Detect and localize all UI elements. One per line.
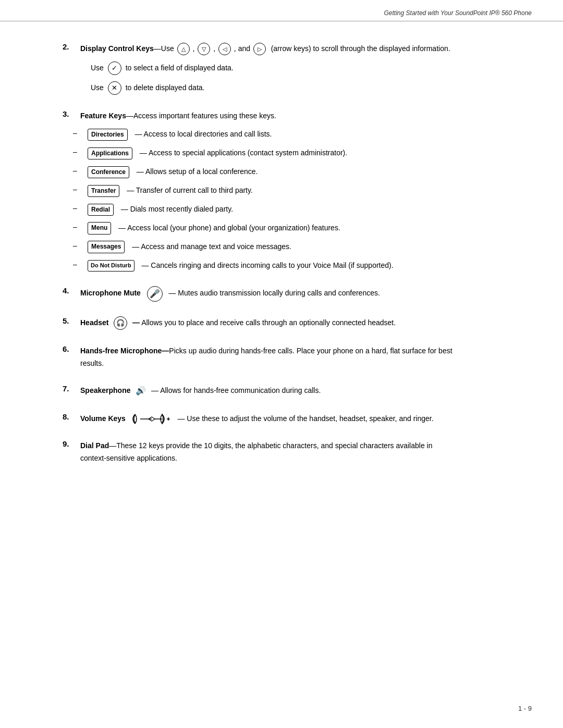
- sub-content-redial: Redial — Dials most recently dialed part…: [88, 203, 459, 216]
- item-9-number: 9.: [63, 439, 78, 448]
- redial-key: Redial: [88, 204, 114, 216]
- item-7-row: 7. Speakerphone 🔊 — Allows for hands-fre…: [63, 384, 459, 398]
- applications-key: Applications: [88, 147, 132, 159]
- sub-item-directories: – Directories — Access to local director…: [73, 128, 459, 141]
- page-footer: 1 - 9: [518, 705, 532, 712]
- headset-icon: 🎧: [114, 316, 127, 330]
- item-4-content: Microphone Mute 🎤 — Mutes audio transmis…: [80, 286, 459, 302]
- item-6-number: 6.: [63, 344, 78, 353]
- item-4-label: Microphone Mute: [80, 289, 141, 297]
- item-5-headset: 5. Headset 🎧 — Allows you to place and r…: [63, 316, 459, 330]
- item-2-text: Display Control Keys—Use △ , ▽ , ◁ , and…: [80, 44, 450, 53]
- check-icon: ✓: [108, 61, 121, 75]
- sub-item-conference: – Conference — Allows setup of a local c…: [73, 166, 459, 178]
- item-2-number: 2.: [63, 42, 78, 51]
- item-7-text: Speakerphone 🔊 — Allows for hands-free c…: [80, 386, 321, 394]
- item-8-volume: 8. Volume Keys: [63, 412, 459, 425]
- item-2-display-control-keys: 2. Display Control Keys—Use △ , ▽ , ◁ , …: [63, 42, 459, 95]
- item-3-number: 3.: [63, 109, 78, 118]
- item-7-speakerphone: 7. Speakerphone 🔊 — Allows for hands-fre…: [63, 384, 459, 398]
- sub-content-transfer: Transfer — Transfer of current call to t…: [88, 184, 459, 197]
- item-9-dialpad: 9. Dial Pad—These 12 keys provide the 10…: [63, 439, 459, 464]
- dash-redial: –: [73, 204, 83, 212]
- sub-content-directories: Directories — Access to local directorie…: [88, 128, 459, 141]
- item-8-row: 8. Volume Keys: [63, 412, 459, 425]
- page-number: 1 - 9: [518, 705, 532, 712]
- item-2-content: Display Control Keys—Use △ , ▽ , ◁ , and…: [80, 42, 459, 55]
- transfer-key: Transfer: [88, 185, 119, 197]
- donotdisturb-key: Do Not Disturb: [88, 260, 134, 272]
- item-3-text: Feature Keys—Access important features u…: [80, 112, 276, 120]
- item-2-delete-line: Use ✕ to delete displayed data.: [91, 81, 459, 95]
- item-7-label: Speakerphone: [80, 386, 130, 394]
- item-8-content: Volume Keys: [80, 412, 459, 425]
- up-arrow-icon: △: [177, 43, 190, 55]
- item-7-content: Speakerphone 🔊 — Allows for hands-free c…: [80, 384, 459, 398]
- item-3-feature-keys: 3. Feature Keys—Access important feature…: [63, 109, 459, 271]
- item-2-row: 2. Display Control Keys—Use △ , ▽ , ◁ , …: [63, 42, 459, 55]
- dash-applications: –: [73, 147, 83, 156]
- item-2-label: Display Control Keys: [80, 44, 154, 53]
- item-9-text: Dial Pad—These 12 keys provide the 10 di…: [80, 441, 433, 462]
- item-8-text: Volume Keys: [80, 414, 434, 423]
- left-arrow-icon: ◁: [218, 43, 231, 55]
- item-6-handsfree: 6. Hands-free Microphone—Picks up audio …: [63, 344, 459, 369]
- item-4-row: 4. Microphone Mute 🎤 — Mutes audio trans…: [63, 286, 459, 302]
- menu-key: Menu: [88, 222, 111, 234]
- speaker-icon: 🔊: [136, 384, 146, 398]
- sub-content-donotdisturb: Do Not Disturb — Cancels ringing and dir…: [88, 260, 459, 272]
- item-6-label: Hands-free Microphone—: [80, 347, 169, 355]
- main-content: 2. Display Control Keys—Use △ , ▽ , ◁ , …: [0, 21, 500, 510]
- dash-transfer: –: [73, 185, 83, 193]
- item-5-content: Headset 🎧 — Allows you to place and rece…: [80, 316, 459, 330]
- sub-content-messages: Messages — Access and manage text and vo…: [88, 241, 459, 253]
- messages-key: Messages: [88, 241, 125, 253]
- item-5-row: 5. Headset 🎧 — Allows you to place and r…: [63, 316, 459, 330]
- sub-item-applications: – Applications — Access to special appli…: [73, 147, 459, 159]
- page-header: Getting Started with Your SoundPoint IP®…: [0, 0, 563, 21]
- item-4-number: 4.: [63, 286, 78, 295]
- sub-content-menu: Menu — Access local (your phone) and glo…: [88, 222, 459, 235]
- item-5-number: 5.: [63, 316, 78, 325]
- item-9-content: Dial Pad—These 12 keys provide the 10 di…: [80, 439, 459, 464]
- sub-item-transfer: – Transfer — Transfer of current call to…: [73, 184, 459, 197]
- microphone-icon: 🎤: [147, 286, 163, 302]
- item-8-label: Volume Keys: [80, 414, 126, 423]
- item-3-row: 3. Feature Keys—Access important feature…: [63, 109, 459, 122]
- item-4-microphone-mute: 4. Microphone Mute 🎤 — Mutes audio trans…: [63, 286, 459, 302]
- sub-content-conference: Conference — Allows setup of a local con…: [88, 166, 459, 178]
- item-6-text: Hands-free Microphone—Picks up audio dur…: [80, 347, 452, 367]
- sub-content-applications: Applications — Access to special applica…: [88, 147, 459, 159]
- sub-item-donotdisturb: – Do Not Disturb — Cancels ringing and d…: [73, 260, 459, 272]
- item-2-select-line: Use ✓ to select a field of displayed dat…: [91, 61, 459, 75]
- item-3-label: Feature Keys: [80, 112, 126, 120]
- header-title: Getting Started with Your SoundPoint IP®…: [384, 9, 532, 17]
- item-5-label: Headset: [80, 318, 108, 327]
- directories-key: Directories: [88, 129, 128, 141]
- item-6-row: 6. Hands-free Microphone—Picks up audio …: [63, 344, 459, 369]
- page-container: Getting Started with Your SoundPoint IP®…: [0, 0, 563, 728]
- x-icon: ✕: [108, 81, 121, 95]
- down-arrow-icon: ▽: [198, 43, 210, 55]
- item-8-number: 8.: [63, 412, 78, 421]
- sub-item-redial: – Redial — Dials most recently dialed pa…: [73, 203, 459, 216]
- item-9-label: Dial Pad: [80, 441, 109, 450]
- dash-donotdisturb: –: [73, 260, 83, 268]
- sub-item-messages: – Messages — Access and manage text and …: [73, 241, 459, 253]
- item-9-row: 9. Dial Pad—These 12 keys provide the 10…: [63, 439, 459, 464]
- dash-menu: –: [73, 223, 83, 231]
- dash-conference: –: [73, 166, 83, 175]
- volume-keys-icon: [131, 413, 173, 425]
- item-4-text: Microphone Mute 🎤 — Mutes audio transmis…: [80, 289, 380, 297]
- item-6-content: Hands-free Microphone—Picks up audio dur…: [80, 344, 459, 369]
- sub-item-menu: – Menu — Access local (your phone) and g…: [73, 222, 459, 235]
- item-3-content: Feature Keys—Access important features u…: [80, 109, 459, 122]
- dash-messages: –: [73, 241, 83, 250]
- right-arrow-icon: ▷: [253, 43, 266, 55]
- conference-key: Conference: [88, 166, 129, 178]
- dash-directories: –: [73, 129, 83, 137]
- item-5-text: Headset 🎧 — Allows you to place and rece…: [80, 318, 396, 327]
- item-7-number: 7.: [63, 384, 78, 393]
